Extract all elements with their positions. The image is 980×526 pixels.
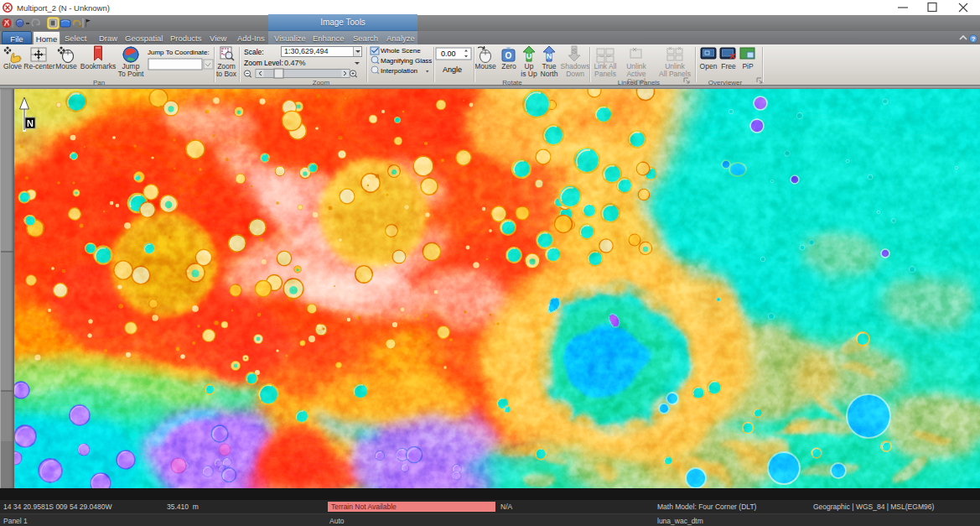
svg-text:S: S (572, 47, 577, 55)
svg-text:Interpolation: Interpolation (381, 67, 417, 75)
svg-text:0.00: 0.00 (441, 49, 456, 58)
svg-text:N: N (547, 52, 552, 60)
svg-text:Angle: Angle (443, 65, 462, 74)
svg-text:?: ? (972, 35, 976, 43)
svg-text:O: O (506, 51, 512, 60)
svg-text:Jump To Coordinate:: Jump To Coordinate: (148, 49, 210, 56)
svg-text:Magnifying Glass: Magnifying Glass (381, 57, 432, 65)
svg-text:N: N (27, 118, 34, 128)
svg-text:Zoom Level:: Zoom Level: (244, 59, 283, 67)
svg-text:Scale:: Scale: (244, 48, 264, 56)
svg-text:U: U (526, 52, 532, 60)
svg-text:Whole Scene: Whole Scene (381, 47, 421, 55)
